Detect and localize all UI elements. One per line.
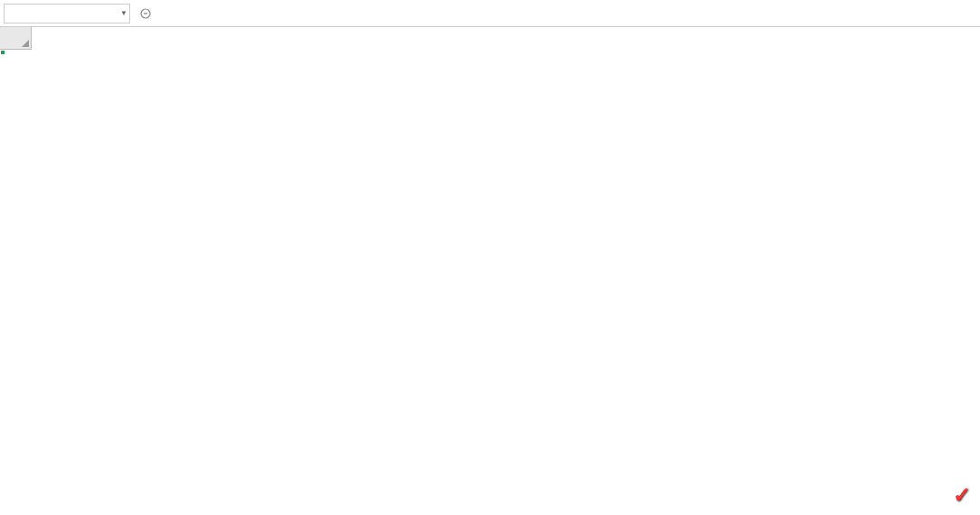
chevron-down-icon[interactable]: ▼ [120, 5, 127, 23]
formula-input[interactable] [166, 4, 976, 23]
formula-bar: ▼ [0, 0, 980, 27]
corner-triangle-icon [22, 40, 29, 47]
spreadsheet-grid[interactable] [0, 27, 980, 515]
fill-handle[interactable] [0, 50, 5, 55]
cancel-icon[interactable] [137, 5, 154, 22]
formula-controls [137, 5, 159, 22]
cell-reference-box[interactable]: ▼ [4, 4, 130, 23]
selection-overlay [0, 50, 4, 53]
select-all-corner[interactable] [0, 27, 31, 49]
